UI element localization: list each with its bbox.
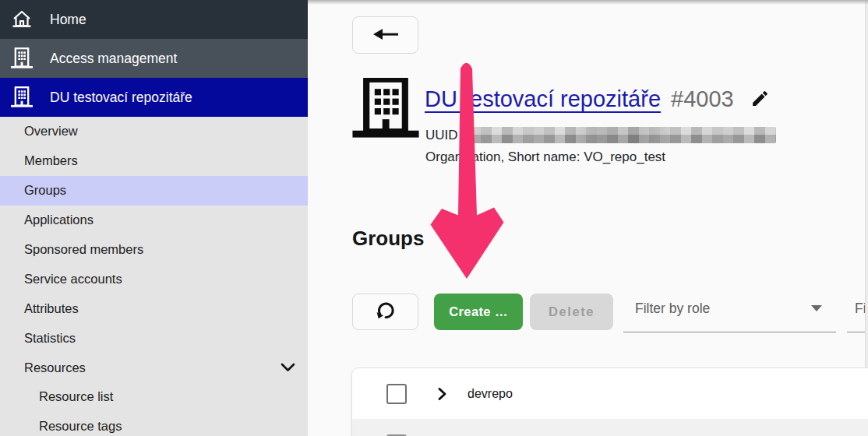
sidebar-item-label: Resources: [24, 360, 86, 375]
sidebar-item-label: Applications: [24, 213, 94, 227]
sidebar: Home Access management DU testovací repo…: [0, 0, 308, 436]
sidebar-item-label: Resource list: [39, 389, 113, 404]
delete-button[interactable]: Delete: [530, 294, 613, 330]
arrow-left-icon: [372, 26, 400, 44]
chevron-right-icon[interactable]: [436, 386, 448, 402]
top-shadow: [308, 0, 868, 5]
sidebar-item-statistics[interactable]: Statistics: [0, 323, 308, 353]
refresh-icon: [375, 300, 397, 324]
back-button[interactable]: [352, 16, 418, 54]
building-icon: [11, 47, 33, 69]
home-icon: [11, 9, 33, 30]
sidebar-item-access-management[interactable]: Access management: [0, 39, 308, 78]
caret-down-icon: [811, 305, 822, 311]
row-checkbox[interactable]: [386, 384, 407, 404]
sidebar-item-resource-tags[interactable]: Resource tags: [0, 412, 308, 436]
sidebar-item-label: Service accounts: [24, 272, 122, 287]
sidebar-item-label: Sponsored members: [24, 242, 143, 257]
uuid-line: UUID: [425, 127, 776, 143]
sidebar-item-label: Home: [50, 12, 86, 28]
pencil-icon[interactable]: [750, 88, 770, 114]
groups-table: devrepo: [351, 367, 868, 436]
refresh-button[interactable]: [352, 294, 418, 330]
sidebar-item-applications[interactable]: Applications: [0, 206, 308, 235]
sidebar-item-vo[interactable]: DU testovací repozitáře: [0, 78, 308, 117]
filter-by-role-select[interactable]: Filter by role: [623, 295, 836, 332]
sidebar-item-home[interactable]: Home: [0, 0, 308, 39]
app-window: Home Access management DU testovací repo…: [0, 0, 868, 436]
entity-header: DU testovací repozitáře #4003: [425, 86, 770, 112]
sidebar-item-label: Attributes: [24, 301, 79, 316]
sidebar-item-attributes[interactable]: Attributes: [0, 294, 308, 323]
chevron-down-icon: [281, 363, 295, 372]
sidebar-item-sponsored-members[interactable]: Sponsored members: [0, 235, 308, 265]
sidebar-item-resource-list[interactable]: Resource list: [0, 382, 308, 412]
uuid-label: UUID: [425, 128, 458, 143]
entity-id: #4003: [671, 86, 734, 112]
sidebar-item-label: Resource tags: [39, 419, 122, 434]
sidebar-item-label: Access management: [50, 51, 177, 67]
table-row[interactable]: [352, 419, 868, 436]
sidebar-item-label: DU testovací repozitáře: [50, 90, 192, 106]
sidebar-item-overview[interactable]: Overview: [0, 117, 308, 146]
entity-title-link[interactable]: DU testovací repozitáře: [425, 86, 661, 112]
page-title: Groups: [352, 227, 424, 251]
sidebar-item-members[interactable]: Members: [0, 146, 308, 176]
table-row[interactable]: devrepo: [352, 368, 868, 419]
sidebar-item-label: Statistics: [24, 331, 76, 346]
filter-by-role-label: Filter by role: [635, 301, 710, 317]
sidebar-item-service-accounts[interactable]: Service accounts: [0, 264, 308, 294]
sidebar-menu: Overview Members Groups Applications Spo…: [0, 117, 308, 436]
building-icon: [11, 86, 33, 108]
uuid-redacted-value: [471, 127, 776, 143]
entity-subtitle: Organization, Short name: VO_repo_test: [425, 149, 665, 165]
sidebar-item-label: Overview: [24, 124, 78, 139]
sidebar-item-groups[interactable]: Groups: [0, 176, 308, 206]
building-icon: [351, 78, 420, 142]
create-button[interactable]: Create …: [434, 294, 523, 330]
sidebar-item-label: Members: [24, 153, 78, 168]
sidebar-item-label: Groups: [24, 183, 66, 198]
group-name[interactable]: devrepo: [468, 387, 513, 401]
sidebar-item-resources[interactable]: Resources: [0, 353, 308, 382]
